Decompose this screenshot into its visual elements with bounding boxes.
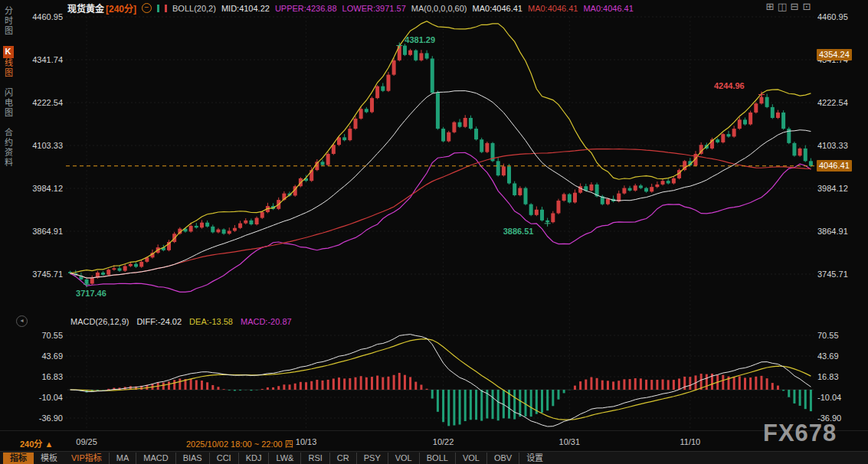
boll-mid-value: MID:4104.22 (221, 4, 270, 13)
symbol-name: 现货黄金 (67, 2, 104, 15)
timeframe-selector[interactable]: 240分 ▲ (20, 437, 53, 449)
price-badge: 4354.24 (817, 49, 852, 60)
price-axis-label: 4341.74 (15, 55, 63, 64)
boll-lower-value: LOWER:3971.57 (342, 4, 406, 13)
ma-params-label: MA(0,0,0,0,60) (411, 4, 467, 13)
toolbar-item-2[interactable]: VIP指标 (64, 453, 109, 464)
chart-type-sidebar: 分时图K线图闪电图合约资料 (1, 6, 15, 168)
ma-value-1: MA0:4046.41 (473, 4, 522, 13)
toolbar-item-10[interactable]: CR (329, 453, 356, 464)
sidebar-tab-0[interactable]: 分时图 (2, 6, 15, 36)
toolbar-item-16[interactable]: 设置 (519, 453, 550, 464)
price-axis-label: 4222.54 (15, 98, 63, 107)
price-chart-canvas[interactable] (0, 0, 868, 464)
macd-params-label: MACD(26,12,9) (70, 317, 129, 326)
time-axis: 240分 ▲ 2025/10/02 18:00 ~ 22:00 四 09/251… (0, 430, 868, 452)
price-axis-label: 3984.12 (15, 184, 63, 193)
price-axis-label: 4460.95 (817, 12, 866, 21)
toolbar-item-15[interactable]: OBV (486, 453, 519, 464)
toolbar-item-11[interactable]: PSY (356, 453, 388, 464)
timeframe-badge: [240分] (106, 2, 136, 15)
layout-vsplit-icon[interactable]: ◫ (777, 2, 788, 11)
toolbar-item-13[interactable]: BOLL (419, 453, 455, 464)
macd-axis-label: 16.83 (15, 372, 63, 381)
macd-axis-label: 43.69 (15, 351, 63, 361)
right-price-axis: 4460.954341.744222.544103.333984.123864.… (817, 0, 866, 464)
left-price-axis: 4460.954341.744222.544103.333984.123864.… (15, 0, 63, 464)
price-axis-label: 3864.91 (15, 227, 63, 236)
toolbar-item-7[interactable]: KDJ (238, 453, 269, 464)
price-axis-label: 4460.95 (15, 12, 63, 21)
price-axis-label: 3864.91 (817, 227, 866, 236)
toolbar-item-5[interactable]: BIAS (175, 453, 209, 464)
macd-diff-value: DIFF:-24.02 (136, 317, 182, 326)
boll-params-label: BOLL(20,2) (172, 4, 216, 13)
candles-icon (157, 5, 167, 12)
brand-watermark: FX678 (763, 420, 837, 447)
macd-axis-label: 43.69 (817, 351, 866, 361)
macd-axis-label: 70.55 (15, 331, 63, 340)
price-axis-label: 3745.71 (817, 270, 866, 279)
macd-macd-value: MACD:-20.87 (241, 317, 292, 326)
collapse-circle-icon[interactable]: − (142, 3, 152, 13)
toolbar-item-1[interactable]: 模板 (34, 453, 64, 464)
hovered-candle-time: 2025/10/02 18:00 ~ 22:00 四 (186, 437, 293, 449)
sidebar-tab-2[interactable]: 闪电图 (2, 88, 15, 118)
toolbar-item-0[interactable]: 指标 (3, 453, 34, 464)
price-badge: 4046.41 (817, 160, 852, 172)
trading-chart-window: 现货黄金 [240分] − BOLL(20,2) MID:4104.22 UPP… (0, 0, 868, 464)
time-tick-label: 11/10 (680, 437, 701, 446)
price-axis-label: 3745.71 (15, 270, 63, 279)
toolbar-item-3[interactable]: MA (109, 453, 136, 464)
indicator-toolbar: 指标模板VIP指标MAMACDBIASCCIKDJLW&RSICRPSYVOLB… (0, 451, 868, 464)
price-axis-label: 4103.33 (15, 141, 63, 150)
sidebar-tab-1[interactable]: K线图 (2, 46, 15, 78)
time-tick-label: 10/31 (559, 437, 581, 446)
price-axis-label: 4103.33 (817, 141, 866, 150)
toolbar-item-8[interactable]: LW& (268, 453, 300, 464)
macd-header: MACD(26,12,9) DIFF:-24.02 DEA:-13.58 MAC… (70, 317, 292, 326)
chart-header: 现货黄金 [240分] − BOLL(20,2) MID:4104.22 UPP… (67, 2, 634, 15)
time-tick-label: 10/22 (433, 437, 454, 446)
macd-axis-label: 16.83 (817, 372, 866, 381)
price-axis-label: 3984.12 (817, 184, 866, 193)
macd-axis-label: -10.04 (817, 393, 866, 402)
active-tab-badge: K (3, 46, 14, 58)
layout-quad-icon[interactable]: ⊞ (765, 2, 775, 11)
boll-upper-value: UPPER:4236.88 (275, 4, 337, 13)
layout-single-icon[interactable]: ⊡ (801, 2, 812, 11)
price-axis-label: 4222.54 (817, 98, 866, 107)
macd-dea-value: DEA:-13.58 (189, 317, 233, 326)
ma-value-2: MA0:4046.41 (528, 4, 578, 13)
timeframe-selector-label: 240分 (20, 439, 42, 449)
time-tick-label: 10/13 (296, 437, 317, 446)
ma-value-3: MA0:4046.41 (583, 4, 633, 13)
sidebar-tab-3[interactable]: 合约资料 (2, 128, 15, 168)
pane-layout-controls: ⊞◫⊟⊡ (765, 2, 812, 11)
macd-axis-label: -10.04 (15, 393, 63, 402)
toolbar-item-4[interactable]: MACD (136, 453, 175, 464)
subchart-collapse-icon[interactable]: ◂ (16, 315, 28, 327)
time-tick-label: 09/25 (76, 437, 97, 446)
macd-axis-label: -36.90 (15, 413, 63, 423)
caret-up-icon: ▲ (44, 439, 53, 449)
macd-axis-label: 70.55 (817, 331, 866, 340)
sidebar-tab-label: 线图 (4, 58, 13, 78)
toolbar-item-14[interactable]: VOL (455, 453, 486, 464)
layout-hsplit-icon[interactable]: ⊟ (789, 2, 800, 11)
toolbar-item-6[interactable]: CCI (209, 453, 238, 464)
toolbar-item-12[interactable]: VOL (388, 453, 419, 464)
toolbar-item-9[interactable]: RSI (300, 453, 329, 464)
